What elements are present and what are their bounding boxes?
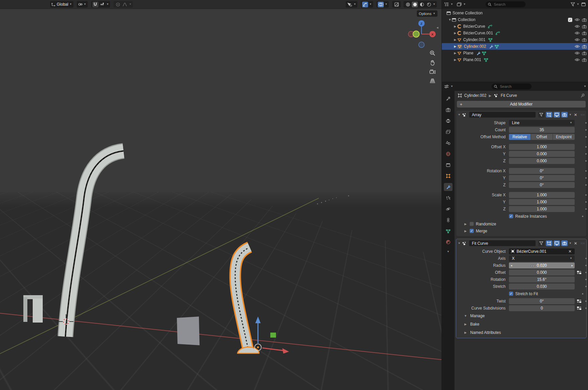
panel-expand-chevron-icon[interactable]: ▼ <box>458 242 461 245</box>
transform-orientation-dropdown[interactable]: Global ▼ <box>50 1 73 8</box>
outliner-row-plane[interactable]: ▶ Plane <box>442 50 588 56</box>
scale-x-field[interactable]: 1.000 <box>509 192 575 198</box>
snap-magnet-toggle[interactable] <box>92 2 98 7</box>
tab-tool[interactable] <box>444 95 453 103</box>
options-dropdown[interactable]: Options ▼ <box>417 10 437 17</box>
animate-dot[interactable] <box>585 177 587 179</box>
offset-x-field[interactable]: 1.000 <box>509 144 575 150</box>
offset-method-offset[interactable]: Offset <box>531 134 553 140</box>
hide-eye-icon[interactable] <box>575 58 580 61</box>
toggle-grid-ortho-icon[interactable] <box>429 78 435 83</box>
drag-handle-icon[interactable]: ⁙⁙ <box>580 242 585 245</box>
slider-increment-arrow[interactable]: ▸ <box>571 264 573 267</box>
vertex-group-filter-toggle[interactable] <box>538 112 545 118</box>
tab-particles[interactable] <box>444 194 453 202</box>
outliner-row-cylinder-001[interactable]: ▶ Cylinder.001 <box>442 36 588 43</box>
modifier-name-field[interactable]: Fit Curve <box>469 240 536 246</box>
stretch-to-fit-checkbox[interactable] <box>509 291 513 296</box>
disclosure-chevron-icon[interactable]: ▶ <box>453 31 457 35</box>
disable-render-camera-icon[interactable] <box>582 38 587 42</box>
disclosure-chevron-icon[interactable]: ▶ <box>453 58 457 61</box>
rotation-field[interactable]: 15.6° <box>509 276 575 282</box>
object-visibility-dropdown[interactable]: ▼ <box>346 1 357 8</box>
show-gizmos-toggle[interactable] <box>362 2 368 7</box>
camera-view-icon[interactable] <box>429 69 435 74</box>
disable-render-camera-icon[interactable] <box>582 58 587 62</box>
hide-eye-icon[interactable] <box>575 38 580 41</box>
animate-dot[interactable] <box>585 272 587 273</box>
filter-funnel-icon[interactable] <box>570 2 576 7</box>
plane-mesh[interactable] <box>177 317 200 345</box>
modifier-extras-chevron-icon[interactable]: ▼ <box>569 114 572 116</box>
gizmo-x-arrowhead[interactable] <box>282 348 289 354</box>
offset-y-field[interactable]: 0.000 <box>509 151 575 157</box>
shading-material-button[interactable] <box>419 2 425 7</box>
render-display-toggle[interactable] <box>561 240 568 246</box>
vertex-group-filter-toggle[interactable] <box>538 240 545 246</box>
gizmo-y-handle[interactable] <box>270 333 276 338</box>
disable-render-camera-icon[interactable] <box>582 31 587 35</box>
filter-chevron-icon[interactable]: ▼ <box>584 85 586 88</box>
curve-object-field[interactable]: BézierCurve.001 ✕ <box>509 248 575 254</box>
road-mesh-left[interactable] <box>65 151 123 337</box>
door-mesh[interactable] <box>23 295 43 323</box>
axis-dropdown[interactable]: X▼ <box>509 255 575 261</box>
named-attributes-section[interactable]: ▶ Named Attributes <box>456 329 586 336</box>
disclosure-chevron-icon[interactable]: ▶ <box>453 38 457 41</box>
disclosure-chevron-icon[interactable]: ▶ <box>453 45 457 48</box>
slider-decrement-arrow[interactable]: ◂ <box>511 264 512 267</box>
tab-collection[interactable] <box>444 161 453 169</box>
disable-render-camera-icon[interactable] <box>582 45 587 48</box>
breadcrumb-modifier[interactable]: Fit Curve <box>501 93 517 98</box>
animate-dot[interactable] <box>585 129 587 131</box>
offset-method-endpoint[interactable]: Endpoint <box>553 134 575 140</box>
animate-dot[interactable] <box>585 194 587 196</box>
clear-object-button[interactable]: ✕ <box>567 249 573 254</box>
new-collection-icon[interactable] <box>580 2 586 7</box>
hide-eye-icon[interactable] <box>575 18 580 21</box>
animate-dot[interactable] <box>585 279 587 280</box>
radius-slider[interactable]: ◂ 0.020 ▸ ↔ <box>509 262 575 268</box>
animate-dot[interactable] <box>585 146 587 148</box>
animate-dot[interactable] <box>585 160 587 162</box>
disable-render-camera-icon[interactable] <box>582 18 587 22</box>
attribute-toggle-icon[interactable] <box>576 306 582 311</box>
pin-icon[interactable] <box>581 93 585 98</box>
animate-dot[interactable] <box>585 265 587 266</box>
animate-dot[interactable] <box>585 153 587 155</box>
modifier-name-field[interactable]: Array <box>469 112 536 118</box>
rotation-z-field[interactable]: 0° <box>509 182 575 188</box>
tab-object[interactable] <box>444 172 453 180</box>
display-mode-icon[interactable] <box>456 2 462 7</box>
navigation-gizmo[interactable]: Z X <box>408 19 436 49</box>
edit-mode-display-toggle[interactable] <box>546 240 552 246</box>
offset-z-field[interactable]: 0.000 <box>509 158 575 164</box>
realtime-display-toggle[interactable] <box>554 240 560 246</box>
animate-dot[interactable] <box>585 184 587 186</box>
outliner-row-plane-001[interactable]: ▶ Plane.001 <box>442 56 588 63</box>
disclosure-chevron-icon[interactable]: ▶ <box>453 25 457 28</box>
animate-dot[interactable] <box>585 308 587 309</box>
gizmo-axis-y[interactable] <box>413 31 419 37</box>
shading-solid-button[interactable] <box>412 2 418 7</box>
hide-eye-icon[interactable] <box>575 51 580 55</box>
tab-output[interactable] <box>444 117 453 125</box>
breadcrumb-object[interactable]: Cylinder.002 <box>464 93 487 98</box>
bake-section[interactable]: ▶ Bake <box>456 321 586 328</box>
shading-rendered-button[interactable] <box>426 2 432 7</box>
tab-view-layer[interactable] <box>444 128 453 136</box>
offset-method-relative[interactable]: Relative <box>509 134 531 140</box>
tab-render[interactable] <box>444 106 453 114</box>
disclosure-chevron-icon[interactable]: ▼ <box>448 18 452 21</box>
collection-exclude-checkbox[interactable] <box>568 18 572 22</box>
disable-render-camera-icon[interactable] <box>582 25 587 28</box>
animate-dot[interactable] <box>585 286 587 287</box>
rotation-x-field[interactable]: 0° <box>509 168 575 174</box>
animate-dot[interactable] <box>585 208 587 210</box>
tab-modifiers[interactable] <box>444 183 453 191</box>
show-overlays-toggle[interactable] <box>378 2 384 7</box>
delete-modifier-button[interactable]: ✕ <box>573 113 578 117</box>
zoom-tool-icon[interactable] <box>429 50 435 56</box>
attribute-toggle-icon[interactable] <box>576 270 582 275</box>
proportional-edit-toggle[interactable] <box>115 2 121 7</box>
